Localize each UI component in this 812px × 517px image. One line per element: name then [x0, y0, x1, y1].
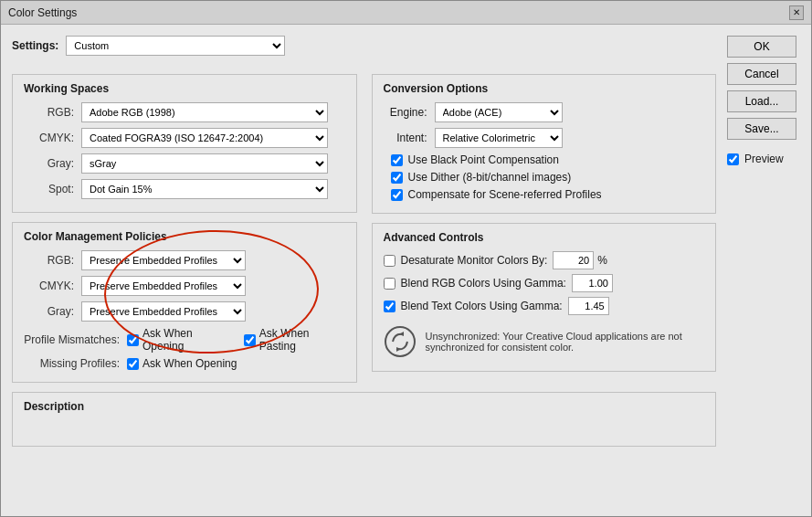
preview-label[interactable]: Preview	[727, 153, 800, 165]
scene-referred-row: Compensate for Scene-referred Profiles	[384, 188, 705, 201]
ask-when-pasting-label: Ask When Pasting	[259, 327, 345, 353]
settings-label: Settings:	[12, 39, 58, 52]
buttons-area: OK Cancel Load... Save... Preview	[727, 36, 800, 505]
blend-rgb-input[interactable]	[572, 274, 613, 292]
engine-label: Engine:	[384, 106, 427, 119]
svg-point-0	[385, 327, 415, 356]
two-col-layout: Working Spaces RGB: Adobe RGB (1998) CMY…	[12, 74, 716, 383]
conversion-options-section: Conversion Options Engine: Adobe (ACE) I…	[372, 74, 717, 214]
gray-working-row: Gray: sGray	[24, 153, 345, 174]
preview-checkbox[interactable]	[727, 153, 739, 165]
spot-working-select[interactable]: Dot Gain 15%	[81, 179, 328, 199]
missing-ask-when-opening-checkbox[interactable]	[127, 358, 139, 370]
sync-text: Unsynchronized: Your Creative Cloud appl…	[426, 331, 705, 353]
cmyk-policy-select[interactable]: Preserve Embedded Profiles	[81, 276, 246, 296]
left-col: Working Spaces RGB: Adobe RGB (1998) CMY…	[12, 74, 357, 383]
profile-mismatch-checks: Ask When Opening Ask When Pasting	[127, 327, 345, 353]
ask-when-opening-label: Ask When Opening	[142, 327, 233, 353]
missing-ask-opening-text: Ask When Opening	[142, 357, 237, 370]
desaturate-input[interactable]	[553, 251, 594, 269]
rgb-working-row: RGB: Adobe RGB (1998)	[24, 102, 345, 122]
blend-text-checkbox[interactable]	[384, 301, 395, 312]
gray-working-label: Gray:	[24, 157, 74, 170]
missing-profiles-row: Missing Profiles: Ask When Opening	[24, 357, 345, 370]
black-point-checkbox[interactable]	[391, 154, 403, 166]
ok-button[interactable]: OK	[727, 36, 796, 58]
working-spaces-section: Working Spaces RGB: Adobe RGB (1998) CMY…	[12, 74, 357, 213]
engine-select[interactable]: Adobe (ACE)	[435, 102, 563, 122]
desaturate-label: Desaturate Monitor Colors By:	[401, 254, 548, 267]
dither-row: Use Dither (8-bit/channel images)	[384, 171, 705, 184]
load-button[interactable]: Load...	[727, 90, 796, 112]
sync-row: Unsynchronized: Your Creative Cloud appl…	[384, 320, 705, 364]
main-area: Settings: Custom Working Spaces RGB: A	[12, 36, 716, 505]
spot-working-row: Spot: Dot Gain 15%	[24, 179, 345, 199]
advanced-title: Advanced Controls	[384, 231, 705, 244]
description-title: Description	[24, 400, 704, 413]
gray-policy-row: Gray: Preserve Embedded Profiles	[24, 301, 345, 322]
description-section: Description	[12, 392, 716, 447]
advanced-controls-section: Advanced Controls Desaturate Monitor Col…	[372, 223, 717, 372]
sync-icon	[384, 325, 417, 358]
preview-container: Preview	[727, 153, 800, 165]
ask-when-opening-checkbox[interactable]	[127, 334, 139, 346]
rgb-policy-row: RGB: Preserve Embedded Profiles	[24, 250, 345, 270]
right-col: Conversion Options Engine: Adobe (ACE) I…	[372, 74, 717, 383]
save-button[interactable]: Save...	[727, 118, 796, 140]
dither-checkbox[interactable]	[391, 172, 403, 184]
dither-label: Use Dither (8-bit/channel images)	[408, 171, 572, 184]
blend-rgb-row: Blend RGB Colors Using Gamma:	[384, 274, 705, 292]
intent-label: Intent:	[384, 132, 427, 144]
preview-text: Preview	[744, 153, 784, 165]
conversion-title: Conversion Options	[384, 82, 705, 95]
engine-row: Engine: Adobe (ACE)	[384, 102, 705, 122]
rgb-working-label: RGB:	[24, 106, 74, 119]
missing-profiles-label: Missing Profiles:	[24, 357, 120, 370]
gray-working-select[interactable]: sGray	[81, 153, 328, 174]
settings-row: Settings: Custom	[12, 36, 716, 56]
gray-policy-label: Gray:	[24, 305, 74, 318]
desaturate-checkbox[interactable]	[384, 255, 395, 267]
black-point-row: Use Black Point Compensation	[384, 153, 705, 166]
dialog-body: Settings: Custom Working Spaces RGB: A	[1, 25, 811, 516]
intent-row: Intent: Relative Colorimetric	[384, 128, 705, 148]
blend-text-label: Blend Text Colors Using Gamma:	[401, 300, 563, 312]
ask-when-opening-check-label[interactable]: Ask When Opening	[127, 327, 233, 353]
black-point-label: Use Black Point Compensation	[408, 153, 559, 166]
dialog-title: Color Settings	[8, 6, 77, 19]
ask-when-pasting-checkbox[interactable]	[244, 334, 256, 346]
scene-referred-label: Compensate for Scene-referred Profiles	[408, 188, 602, 201]
profile-mismatches-label: Profile Mismatches:	[24, 333, 120, 346]
spot-working-label: Spot:	[24, 183, 74, 195]
close-button[interactable]: ✕	[789, 5, 804, 20]
blend-text-input[interactable]	[568, 297, 609, 315]
cancel-button[interactable]: Cancel	[727, 63, 796, 85]
gray-policy-select[interactable]: Preserve Embedded Profiles	[81, 301, 246, 322]
intent-select[interactable]: Relative Colorimetric	[435, 128, 563, 148]
cmyk-policy-label: CMYK:	[24, 280, 74, 292]
working-spaces-title: Working Spaces	[24, 82, 345, 95]
rgb-policy-label: RGB:	[24, 254, 74, 267]
color-settings-dialog: Color Settings ✕ Settings: Custom Workin…	[0, 0, 812, 517]
cmyk-working-label: CMYK:	[24, 132, 74, 144]
ask-when-pasting-check-label[interactable]: Ask When Pasting	[244, 327, 345, 353]
cmyk-policy-row: CMYK: Preserve Embedded Profiles	[24, 276, 345, 296]
title-bar: Color Settings ✕	[1, 1, 811, 25]
color-management-section: Color Management Policies RGB: Preserve …	[12, 222, 357, 383]
settings-select[interactable]: Custom	[66, 36, 285, 56]
blend-rgb-checkbox[interactable]	[384, 278, 395, 290]
desaturate-unit: %	[597, 254, 607, 267]
color-management-title: Color Management Policies	[24, 230, 345, 243]
missing-ask-when-opening-label[interactable]: Ask When Opening	[127, 357, 237, 370]
rgb-working-select[interactable]: Adobe RGB (1998)	[81, 102, 328, 122]
rgb-policy-select[interactable]: Preserve Embedded Profiles	[81, 250, 246, 270]
cmyk-working-select[interactable]: Coated FOGRA39 (ISO 12647-2:2004)	[81, 128, 328, 148]
desaturate-row: Desaturate Monitor Colors By: %	[384, 251, 705, 269]
cmyk-working-row: CMYK: Coated FOGRA39 (ISO 12647-2:2004)	[24, 128, 345, 148]
profile-mismatches-row: Profile Mismatches: Ask When Opening Ask…	[24, 327, 345, 353]
blend-text-row: Blend Text Colors Using Gamma:	[384, 297, 705, 315]
scene-referred-checkbox[interactable]	[391, 189, 403, 201]
blend-rgb-label: Blend RGB Colors Using Gamma:	[401, 277, 566, 290]
